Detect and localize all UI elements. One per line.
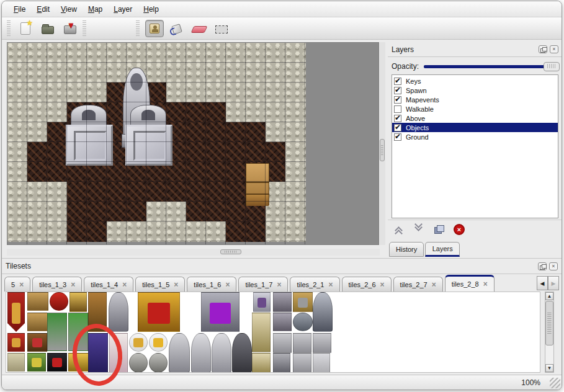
rock-tile[interactable] [47, 221, 68, 242]
palette-tile-obelisk-small[interactable] [252, 353, 271, 373]
floor-tile[interactable] [226, 221, 246, 242]
rock-tile[interactable] [47, 43, 68, 63]
palette-tile-chain-gold[interactable] [129, 333, 148, 352]
rock-tile[interactable] [246, 63, 266, 83]
layer-visibility-checkbox[interactable] [394, 124, 401, 131]
palette-tile-stone-pillar[interactable] [273, 353, 290, 373]
floor-tile[interactable] [127, 202, 147, 222]
palette-tile-cross-gold[interactable] [68, 353, 89, 372]
tileset-tab-tiles_1_7[interactable]: tiles_1_7× [238, 277, 288, 292]
palette-tile-rock[interactable] [149, 353, 168, 373]
tab-history[interactable]: History [389, 242, 424, 257]
floor-tile[interactable] [87, 202, 107, 222]
palette-tile-bush-plant[interactable] [68, 313, 88, 351]
layer-visibility-checkbox[interactable] [394, 133, 401, 141]
rock-tile[interactable] [285, 142, 306, 163]
floor-tile[interactable] [226, 182, 246, 202]
close-tab-icon[interactable]: × [19, 280, 24, 289]
undo-button[interactable] [92, 20, 110, 37]
map-hscroll-thumb[interactable] [220, 249, 241, 254]
palette-tile-pouf-red[interactable] [50, 292, 68, 311]
rock-tile[interactable] [47, 102, 68, 123]
tileset-tab-tiles_2_8[interactable]: tiles_2_8× [445, 275, 495, 292]
rock-tile[interactable] [285, 182, 306, 202]
floor-tile[interactable] [47, 122, 68, 143]
floor-tile[interactable] [87, 182, 107, 202]
rock-tile[interactable] [67, 63, 87, 83]
tileset-tab-tiles_1_6[interactable]: tiles_1_6× [187, 277, 236, 292]
rock-tile[interactable] [285, 202, 306, 222]
floor-tile[interactable] [186, 122, 207, 143]
tileset-tab-tiles_1_4[interactable]: tiles_1_4× [84, 277, 133, 292]
menu-item-map[interactable]: Map [83, 2, 108, 16]
rock-tile[interactable] [166, 43, 187, 63]
close-panel-icon[interactable]: × [550, 45, 558, 53]
palette-tile-shrine-gold[interactable] [69, 292, 87, 312]
close-tab-icon[interactable]: × [122, 280, 127, 289]
rock-tile[interactable] [27, 182, 48, 202]
rock-tile[interactable] [285, 122, 306, 143]
tileset-tab-5[interactable]: 5× [4, 277, 30, 292]
palette-tile-door-wood[interactable] [88, 292, 107, 332]
rock-tile[interactable] [166, 221, 187, 242]
palette-tile-throne-gold[interactable] [138, 292, 180, 332]
open-folder-button[interactable] [38, 20, 57, 37]
floor-tile[interactable] [27, 142, 48, 163]
layer-visibility-checkbox[interactable] [394, 78, 401, 85]
floor-tile[interactable] [206, 162, 226, 182]
rock-tile[interactable] [266, 82, 286, 103]
delete-layer-icon[interactable]: × [454, 224, 465, 235]
rock-tile[interactable] [246, 43, 266, 63]
rock-tile[interactable] [266, 102, 286, 123]
rock-tile[interactable] [186, 82, 207, 103]
rock-tile[interactable] [87, 82, 107, 103]
toolbar-drag-handle[interactable] [83, 20, 86, 37]
floor-tile[interactable] [87, 221, 107, 242]
menu-item-view[interactable]: View [55, 2, 83, 16]
floor-tile[interactable] [186, 182, 207, 202]
close-panel-icon[interactable]: × [549, 262, 558, 270]
palette-tile-statue-hooded[interactable] [169, 333, 190, 373]
floor-tile[interactable] [146, 182, 167, 202]
floor-tile[interactable] [127, 182, 147, 202]
rock-tile[interactable] [226, 102, 246, 123]
floor-tile[interactable] [186, 142, 207, 163]
floor-tile[interactable] [246, 221, 266, 242]
floor-tile[interactable] [206, 102, 226, 123]
palette-scrollbar[interactable]: ▲ ▼ [545, 292, 554, 373]
fill-button[interactable] [168, 20, 186, 37]
palette-tile-gold-pile[interactable] [149, 333, 168, 352]
rock-tile[interactable] [285, 221, 306, 242]
close-tab-icon[interactable]: × [225, 280, 230, 289]
rock-tile[interactable] [285, 63, 306, 83]
floor-tile[interactable] [67, 202, 87, 222]
rock-tile[interactable] [87, 43, 107, 63]
palette-tile-obelisk-large[interactable] [252, 313, 271, 352]
layer-row-keys[interactable]: Keys [392, 76, 558, 86]
rock-tile[interactable] [7, 102, 28, 123]
rock-tile[interactable] [127, 43, 147, 63]
scroll-tabs-right-icon[interactable]: ▶ [548, 276, 559, 290]
palette-tile-banner-red[interactable] [7, 292, 25, 332]
rock-tile[interactable] [47, 63, 68, 83]
palette-tile-armor-knight[interactable] [313, 292, 333, 332]
palette-tile-gate-stone[interactable] [109, 292, 128, 332]
layer-row-spawn[interactable]: Spawn [392, 86, 558, 95]
palette-tile-plaque-tan[interactable] [7, 353, 25, 372]
tileset-tab-tiles_2_6[interactable]: tiles_2_6× [342, 277, 392, 292]
resize-grip-icon[interactable] [550, 378, 560, 388]
floor-tile[interactable] [266, 142, 286, 163]
palette-tile-stone-ledge[interactable] [313, 333, 331, 353]
map-sprite-headstone[interactable] [130, 105, 166, 126]
close-tab-icon[interactable]: × [483, 280, 488, 288]
palette-tile-angel-statue[interactable] [191, 333, 211, 373]
palette-tile-loom[interactable] [27, 313, 48, 331]
float-panel-icon[interactable] [539, 45, 547, 53]
floor-tile[interactable] [226, 122, 246, 143]
scroll-up-icon[interactable]: ▲ [545, 292, 553, 300]
rock-tile[interactable] [7, 122, 28, 143]
rock-tile[interactable] [7, 142, 28, 163]
floor-tile[interactable] [186, 102, 207, 123]
palette-tile-throne-purple[interactable] [201, 292, 239, 332]
layer-row-above[interactable]: Above [392, 114, 558, 123]
